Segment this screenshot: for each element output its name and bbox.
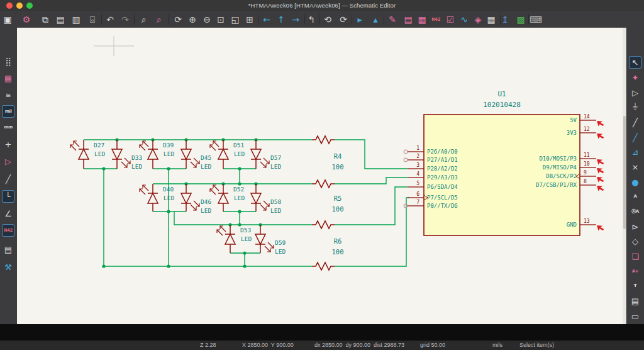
resistor-symbol[interactable] <box>312 136 335 144</box>
led-ref: D45 <box>201 154 211 161</box>
nav-up-button[interactable]: ↑ <box>275 13 287 26</box>
textbox-tool-button[interactable]: ▤ <box>629 295 641 307</box>
no-connect-button[interactable]: × <box>629 161 641 173</box>
highlight-net-button[interactable]: ✦ <box>629 71 641 84</box>
led-D52[interactable]: D52LED <box>210 184 245 212</box>
wire[interactable] <box>174 212 312 225</box>
crosshair-cursor-button[interactable]: + <box>2 138 14 150</box>
select-tool-button[interactable]: ↖ <box>629 56 641 69</box>
led-D33[interactable]: D33LED <box>112 140 142 170</box>
nav-forward-button[interactable]: → <box>289 13 302 26</box>
symbol-library-button[interactable]: ▤ <box>402 13 414 26</box>
bus-entry-button[interactable]: ⊿ <box>629 145 641 158</box>
library-tools-button[interactable]: ⚒ <box>2 261 14 273</box>
draw-bus-button[interactable]: ╱ <box>629 131 641 144</box>
window-title: *HTMAAweek06 [HTMAAweek06] — Schematic E… <box>0 2 644 9</box>
resistor-symbol[interactable] <box>312 221 335 229</box>
open-pcb-editor-button[interactable]: ▩ <box>514 13 527 26</box>
pin-name: P6/SDA/D4 <box>427 184 458 190</box>
led-D45[interactable]: D45LED <box>181 140 211 170</box>
draw-wire-button[interactable]: ╱ <box>629 116 641 128</box>
leave-sheet-button[interactable]: ↰ <box>305 13 318 26</box>
wires-45-button[interactable]: ∠ <box>2 207 14 220</box>
hidden-pins-button[interactable]: ▷ <box>2 155 14 167</box>
global-label-button[interactable]: ⊳ <box>629 220 641 233</box>
led-D59[interactable]: D59LED <box>255 225 286 255</box>
led-D27[interactable]: D27LED <box>70 140 105 169</box>
grid-toggle-button[interactable]: ⣿ <box>2 55 14 67</box>
simulator-button[interactable]: ∿ <box>458 13 470 26</box>
erc-marker-arrow <box>597 225 604 231</box>
symbol-editor-button[interactable]: ✎ <box>386 13 399 26</box>
grid-override-button[interactable]: ▦ <box>2 72 14 84</box>
led-D53[interactable]: D53LED <box>217 225 252 253</box>
erc-marker-arrow <box>597 186 604 191</box>
sheet-pin-button[interactable]: A+ <box>629 265 641 278</box>
netclass-directive-button[interactable]: ⒶA <box>629 205 641 218</box>
unconnected-pin-circle <box>404 150 408 154</box>
led-D40[interactable]: D40LED <box>140 184 174 212</box>
zoom-fit-button[interactable]: ⊡ <box>214 13 227 26</box>
zoom-out-button[interactable]: ⊖ <box>201 13 213 26</box>
print-button[interactable]: ▤ <box>54 13 67 26</box>
rotate-ccw-button[interactable]: ⟲ <box>321 13 334 26</box>
page-settings-button[interactable]: ⧉ <box>39 13 52 26</box>
vertical-scrollbar[interactable] <box>623 28 626 324</box>
nav-back-button[interactable]: ← <box>260 13 273 26</box>
hidden-fields-button[interactable]: R42 <box>2 224 14 237</box>
net-label-button[interactable]: A <box>629 190 641 203</box>
junction-button[interactable]: ● <box>629 176 641 188</box>
zoom-in-button[interactable]: ⊕ <box>186 13 199 26</box>
wire[interactable] <box>335 198 409 266</box>
rectangle-tool-button[interactable]: ▭ <box>629 310 641 322</box>
ic-U1[interactable]: U11020104281P26/A0/D02P27/A1/D13P28/A2/D… <box>404 90 604 235</box>
plot-button[interactable]: ▥ <box>70 13 82 26</box>
rotate-cw-button[interactable]: ⟳ <box>337 13 350 26</box>
scripting-console-button[interactable]: ⌨ <box>530 13 542 26</box>
led-D46[interactable]: D46LED <box>181 184 211 214</box>
bom-table-button[interactable]: ▦ <box>485 13 497 26</box>
led-D39[interactable]: D39LED <box>140 140 174 169</box>
led-emission-arrows <box>265 242 274 252</box>
find-replace-button[interactable]: ⌕ <box>153 13 165 26</box>
mirror-h-button[interactable]: ▸ <box>353 13 366 26</box>
edit-fields-button[interactable]: ▦ <box>416 13 428 26</box>
resistor-symbol[interactable] <box>312 180 335 188</box>
wire[interactable] <box>335 140 408 169</box>
undo-button[interactable]: ↶ <box>104 13 116 26</box>
mirror-v-button[interactable]: ▴ <box>369 13 382 26</box>
hierarchical-sheet-button[interactable]: ❏ <box>629 250 641 262</box>
led-D51[interactable]: D51LED <box>210 140 245 169</box>
wires-hv-button[interactable]: └ <box>2 190 14 203</box>
led-ref: D46 <box>201 198 211 205</box>
text-tool-button[interactable]: T <box>629 279 641 292</box>
redo-button[interactable]: ↷ <box>119 13 131 26</box>
hierarchical-label-button[interactable]: ◇ <box>629 235 641 247</box>
save-button[interactable]: ▣ <box>1 13 14 26</box>
place-power-button[interactable]: ⏚ <box>629 101 641 113</box>
led-D58[interactable]: D58LED <box>251 184 281 214</box>
schematic-setup-button[interactable]: ⚙ <box>20 13 33 26</box>
refresh-button[interactable]: ⟳ <box>172 13 184 26</box>
export-bom-button[interactable]: ↥ <box>499 13 511 26</box>
resistor-symbol[interactable] <box>312 262 335 270</box>
led-D57[interactable]: D57LED <box>251 140 281 170</box>
units-mils-button[interactable]: mil <box>2 105 14 118</box>
place-symbol-button[interactable]: ▷ <box>629 86 641 99</box>
schematic-canvas[interactable]: R4100R5100R6100D27LEDD33LEDD39LEDD45LEDD… <box>17 28 626 324</box>
symbol-fields-table-button[interactable]: R42 <box>430 13 442 26</box>
zoom-selection-button[interactable]: ⊞ <box>243 13 256 26</box>
units-inches-button[interactable]: in <box>2 89 14 102</box>
assign-footprints-button[interactable]: ◈ <box>472 13 484 26</box>
annotate-button[interactable]: ☑ <box>444 13 457 26</box>
title-bar: *HTMAAweek06 [HTMAAweek06] — Schematic E… <box>0 0 644 12</box>
find-button[interactable]: ⌕ <box>138 13 150 26</box>
zoom-objects-button[interactable]: ◱ <box>229 13 242 26</box>
paste-button[interactable]: ⌻ <box>86 13 99 26</box>
units-mm-button[interactable]: mm <box>2 121 14 133</box>
wire[interactable] <box>335 187 408 225</box>
pin-number: 10 <box>584 161 590 167</box>
wire[interactable] <box>335 178 408 184</box>
properties-panel-button[interactable]: ▤ <box>2 243 14 256</box>
wires-any-angle-button[interactable]: ╱ <box>2 172 14 185</box>
